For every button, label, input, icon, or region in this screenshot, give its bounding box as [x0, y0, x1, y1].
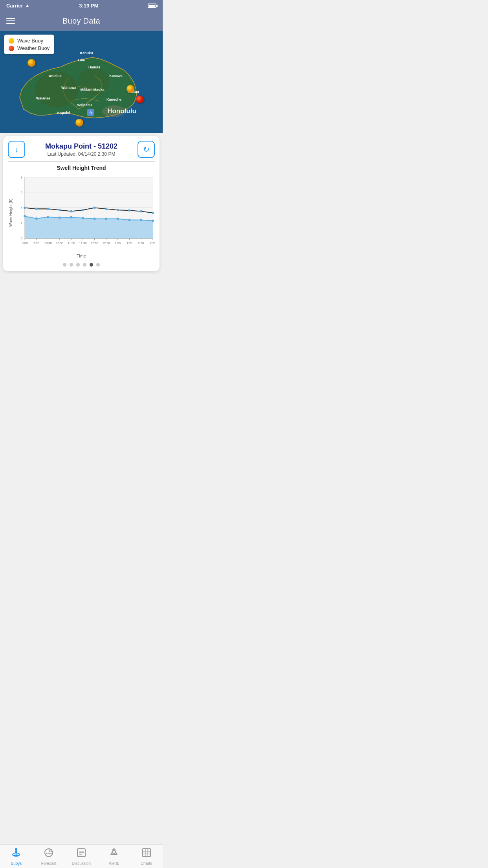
page-dot-5[interactable] — [90, 263, 93, 267]
svg-point-81 — [128, 209, 130, 211]
svg-point-66 — [94, 217, 96, 220]
svg-text:Kaaawa: Kaaawa — [109, 74, 123, 78]
svg-point-71 — [152, 219, 154, 222]
svg-text:Wahiawa: Wahiawa — [61, 86, 77, 90]
svg-point-67 — [105, 217, 107, 220]
download-button[interactable]: ↓ — [8, 141, 25, 158]
header-title: Buoy Data — [62, 17, 100, 26]
svg-point-80 — [117, 209, 119, 211]
svg-point-74 — [47, 208, 49, 210]
weather-buoy-label: Weather Buoy — [17, 45, 50, 51]
svg-text:2: 2 — [21, 221, 23, 225]
menu-button[interactable] — [6, 18, 15, 24]
svg-text:1:00: 1:00 — [115, 241, 121, 245]
svg-text:6: 6 — [21, 191, 23, 194]
svg-point-20 — [127, 85, 134, 93]
svg-point-83 — [152, 211, 154, 214]
svg-point-61 — [35, 217, 38, 220]
svg-text:Waianae: Waianae — [36, 96, 50, 100]
svg-point-75 — [59, 209, 61, 211]
page-dot-4[interactable] — [83, 263, 86, 267]
svg-text:✈: ✈ — [89, 110, 93, 115]
svg-text:8: 8 — [21, 176, 23, 179]
svg-point-63 — [59, 217, 61, 219]
svg-point-65 — [82, 217, 84, 219]
svg-point-68 — [117, 217, 119, 220]
svg-text:10:00: 10:00 — [44, 241, 52, 245]
svg-text:Laie: Laie — [78, 58, 85, 62]
wave-buoy-legend: Wave Buoy — [9, 38, 50, 44]
svg-point-69 — [128, 219, 130, 221]
svg-point-64 — [70, 216, 72, 219]
page-dot-3[interactable] — [76, 263, 80, 267]
panel-title: Mokapu Point - 51202 — [25, 142, 138, 151]
app-header: Buoy Data — [0, 11, 163, 31]
refresh-button[interactable]: ↻ — [138, 141, 155, 158]
svg-point-82 — [140, 210, 142, 213]
svg-point-78 — [94, 206, 96, 209]
svg-text:1:30: 1:30 — [127, 241, 132, 245]
wave-buoy-dot — [9, 38, 14, 44]
svg-point-72 — [24, 206, 26, 209]
chart-title: Swell Height Trend — [8, 165, 155, 171]
y-axis-label: Wave Height (ft) — [8, 173, 13, 252]
svg-text:Kahuku: Kahuku — [80, 51, 93, 55]
svg-text:12:30: 12:30 — [103, 241, 110, 245]
time-display: 3:19 PM — [79, 3, 98, 9]
svg-text:Waialua: Waialua — [48, 74, 62, 78]
svg-text:Waipahu: Waipahu — [77, 103, 92, 107]
battery-icon — [148, 4, 156, 8]
svg-text:Kapolei: Kapolei — [57, 111, 70, 115]
chart-wrapper: Wave Height (ft) 0 2 4 6 8 — [8, 173, 155, 252]
svg-text:Honolulu: Honolulu — [107, 107, 136, 115]
svg-text:11:00: 11:00 — [68, 241, 75, 245]
weather-buoy-dot — [9, 46, 14, 51]
chart-svg: 0 2 4 6 8 — [13, 173, 155, 252]
panel-title-block: Mokapu Point - 51202 Last Updated: 04/14… — [25, 142, 138, 157]
svg-point-73 — [35, 208, 38, 210]
panel-last-updated: Last Updated: 04/14/20 2:30 PM — [25, 151, 138, 157]
refresh-icon: ↻ — [143, 145, 150, 154]
svg-text:2:00: 2:00 — [138, 241, 144, 245]
weather-buoy-legend: Weather Buoy — [9, 45, 50, 51]
svg-text:12:00: 12:00 — [91, 241, 98, 245]
pagination-dots — [8, 263, 155, 267]
svg-text:11:30: 11:30 — [79, 241, 87, 245]
svg-point-19 — [28, 59, 35, 67]
svg-text:2:30: 2:30 — [150, 241, 155, 245]
svg-point-79 — [105, 208, 107, 210]
wifi-icon: ▲ — [25, 3, 30, 8]
map-view[interactable]: Kahuku Laie Hauula Waialua Kaaawa Wahiaw… — [0, 31, 163, 133]
svg-text:10:30: 10:30 — [56, 241, 63, 245]
data-panel: ↓ Mokapu Point - 51202 Last Updated: 04/… — [3, 136, 160, 271]
panel-header: ↓ Mokapu Point - 51202 Last Updated: 04/… — [8, 141, 155, 158]
map-legend: Wave Buoy Weather Buoy — [4, 35, 54, 54]
page-dot-6[interactable] — [96, 263, 100, 267]
svg-text:Kaneohe: Kaneohe — [106, 97, 121, 101]
panel-divider — [8, 161, 155, 162]
svg-point-77 — [82, 209, 84, 211]
svg-point-60 — [24, 215, 26, 217]
svg-text:9:30: 9:30 — [33, 241, 39, 245]
svg-text:4: 4 — [21, 206, 23, 210]
svg-point-70 — [140, 219, 142, 221]
carrier-label: Carrier — [6, 3, 23, 9]
svg-point-22 — [136, 96, 144, 103]
x-axis-label: Time — [8, 254, 155, 258]
svg-point-62 — [47, 216, 49, 218]
status-bar: Carrier ▲ 3:19 PM — [0, 0, 163, 11]
svg-text:Mililani Mauka: Mililani Mauka — [80, 88, 105, 92]
svg-text:Hauula: Hauula — [88, 65, 101, 69]
page-dot-1[interactable] — [63, 263, 66, 267]
svg-text:9:00: 9:00 — [22, 241, 28, 245]
svg-text:0: 0 — [21, 237, 23, 240]
wave-buoy-label: Wave Buoy — [17, 38, 43, 44]
download-icon: ↓ — [15, 145, 18, 154]
page-dot-2[interactable] — [70, 263, 73, 267]
svg-point-21 — [75, 119, 83, 127]
svg-point-76 — [70, 210, 72, 213]
carrier-info: Carrier ▲ — [6, 3, 30, 9]
chart-area: 0 2 4 6 8 — [13, 173, 155, 252]
